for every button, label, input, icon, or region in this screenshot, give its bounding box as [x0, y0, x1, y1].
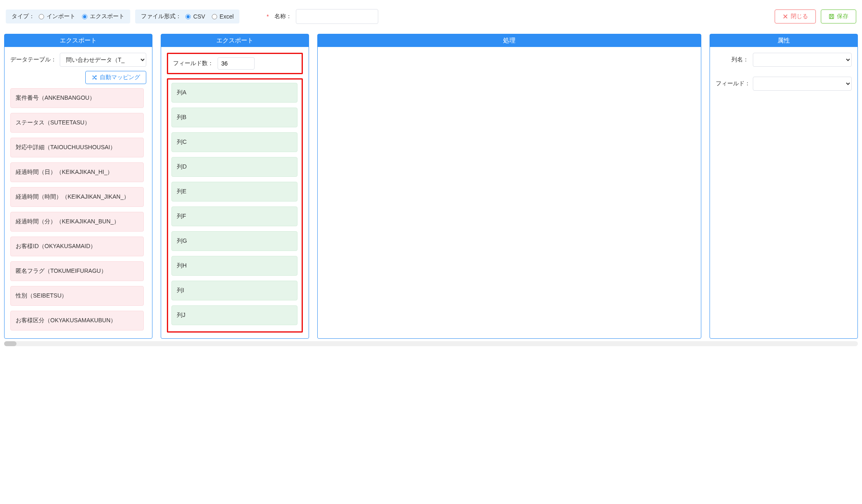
save-button-label: 保存 [837, 13, 848, 20]
field-item[interactable]: 匿名フラグ（TOKUMEIFURAGU） [10, 261, 144, 281]
panel-attributes: 属性 列名： フィールド： [710, 34, 858, 339]
save-icon [829, 14, 834, 19]
type-label: タイプ： [12, 13, 35, 20]
save-button[interactable]: 保存 [821, 9, 856, 23]
format-radio-group: CSV Excel [185, 13, 234, 20]
panel-processing: 処理 [317, 34, 701, 339]
top-toolbar: タイプ： インポート エクスポート ファイル形式： CSV Excel [4, 4, 858, 34]
column-item[interactable]: 列D [171, 157, 297, 177]
attr-field-label: フィールド： [716, 80, 749, 87]
panel-fields-title: エクスポート [5, 34, 152, 47]
field-list[interactable]: 案件番号（ANKENBANGOU）ステータス（SUTEETASU）対応中詳細（T… [10, 88, 146, 333]
panel-attributes-title: 属性 [710, 34, 857, 47]
type-radio-export-label: エクスポート [90, 13, 124, 20]
main-columns: エクスポート データテーブル： 問い合わせデータ（T_ 自動マッピング 案件番号… [4, 34, 858, 339]
panel-fields: エクスポート データテーブル： 問い合わせデータ（T_ 自動マッピング 案件番号… [4, 34, 152, 339]
attr-field-select[interactable] [753, 77, 852, 91]
type-radio-export[interactable]: エクスポート [82, 13, 124, 20]
type-radio-export-input[interactable] [82, 14, 87, 19]
fieldcount-label: フィールド数： [173, 60, 213, 67]
panel-columns: エクスポート フィールド数： 列A列B列C列D列E列F列G列H列I列J列K列L [161, 34, 309, 339]
column-item[interactable]: 列G [171, 231, 297, 251]
fieldcount-input[interactable] [218, 57, 255, 70]
column-item[interactable]: 列B [171, 108, 297, 127]
field-item[interactable]: 経過時間（時間）（KEIKAJIKAN_JIKAN_） [10, 187, 144, 207]
column-item[interactable]: 列F [171, 206, 297, 226]
format-radio-csv-label: CSV [193, 13, 205, 20]
format-radio-excel-input[interactable] [212, 14, 217, 19]
attr-field-row: フィールド： [716, 77, 852, 91]
name-segment: * 名称： [261, 6, 384, 27]
attr-colname-label: 列名： [716, 56, 749, 63]
type-radio-import-input[interactable] [39, 14, 44, 19]
type-segment: タイプ： インポート エクスポート [6, 9, 130, 23]
column-item[interactable]: 列C [171, 132, 297, 152]
column-item[interactable]: 列J [171, 305, 297, 325]
close-icon [782, 14, 788, 19]
column-item[interactable]: 列I [171, 281, 297, 300]
format-radio-excel[interactable]: Excel [212, 13, 234, 20]
svg-rect-1 [830, 17, 832, 19]
type-radio-import-label: インポート [47, 13, 75, 20]
column-list[interactable]: 列A列B列C列D列E列F列G列H列I列J列K列L [170, 81, 300, 330]
datatable-label: データテーブル： [10, 56, 56, 63]
automap-button[interactable]: 自動マッピング [85, 71, 146, 84]
format-segment: ファイル形式： CSV Excel [135, 9, 239, 23]
close-button[interactable]: 閉じる [775, 9, 816, 23]
shuffle-icon [91, 75, 97, 80]
type-radio-import[interactable]: インポート [39, 13, 75, 20]
required-asterisk: * [267, 13, 269, 20]
panel-processing-title: 処理 [318, 34, 701, 47]
close-button-label: 閉じる [791, 13, 808, 20]
panel-columns-title: エクスポート [161, 34, 309, 47]
name-label: 名称： [274, 13, 292, 20]
column-list-highlight: 列A列B列C列D列E列F列G列H列I列J列K列L [167, 78, 303, 333]
field-item[interactable]: 案件番号（ANKENBANGOU） [10, 88, 144, 108]
name-input[interactable] [296, 9, 378, 24]
format-radio-excel-label: Excel [220, 13, 234, 20]
field-item[interactable]: 性別（SEIBETSU） [10, 286, 144, 306]
type-radio-group: インポート エクスポート [39, 13, 124, 20]
field-item[interactable]: 経過時間（分）（KEIKAJIKAN_BUN_） [10, 212, 144, 232]
field-item[interactable]: 経過時間（日）（KEIKAJIKAN_HI_） [10, 162, 144, 182]
format-radio-csv-input[interactable] [185, 14, 191, 19]
datatable-select[interactable]: 問い合わせデータ（T_ [60, 53, 146, 67]
fieldcount-highlight: フィールド数： [167, 53, 303, 74]
svg-rect-0 [829, 14, 834, 19]
field-item[interactable]: お客様区分（OKYAKUSAMAKUBUN） [10, 311, 144, 331]
horizontal-scrollbar[interactable] [4, 341, 858, 346]
field-item[interactable]: 対応中詳細（TAIOUCHUUSHOUSAI） [10, 138, 144, 157]
datatable-row: データテーブル： 問い合わせデータ（T_ [10, 53, 146, 67]
automap-button-label: 自動マッピング [100, 74, 140, 81]
field-item[interactable]: ステータス（SUTEETASU） [10, 113, 144, 133]
panel-processing-body [318, 47, 701, 338]
attr-colname-row: 列名： [716, 53, 852, 67]
format-radio-csv[interactable]: CSV [185, 13, 205, 20]
field-item[interactable]: お客様ID（OKYAKUSAMAID） [10, 237, 144, 256]
format-label: ファイル形式： [141, 13, 181, 20]
column-item[interactable]: 列H [171, 256, 297, 276]
attr-colname-select[interactable] [753, 53, 852, 67]
column-item[interactable]: 列A [171, 83, 297, 103]
column-item[interactable]: 列E [171, 182, 297, 202]
